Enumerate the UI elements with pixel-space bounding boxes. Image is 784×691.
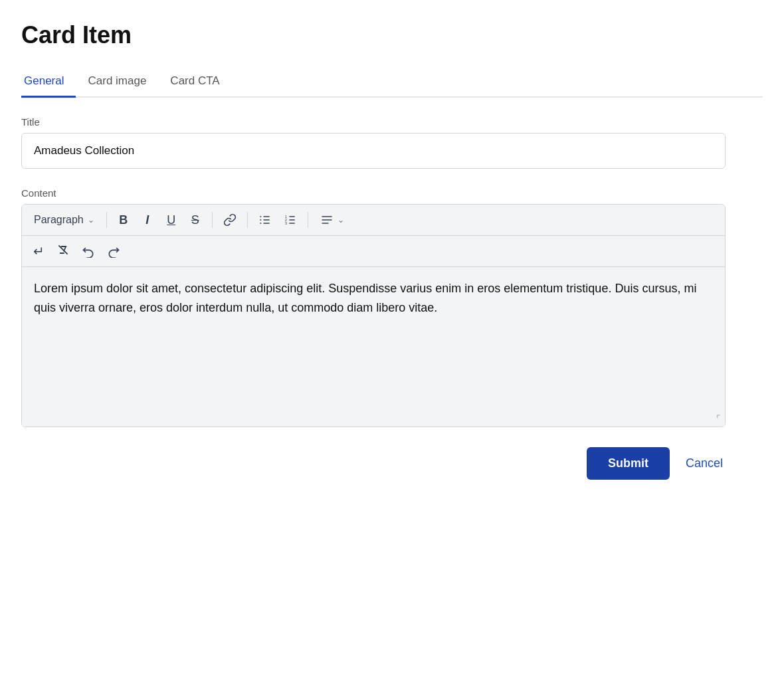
undo-button[interactable]: [76, 240, 100, 262]
undo-icon: [82, 245, 95, 258]
submit-button[interactable]: Submit: [587, 447, 670, 480]
ordered-list-icon: 1 2 3: [284, 213, 297, 227]
paragraph-style-label: Paragraph: [34, 214, 84, 226]
align-button[interactable]: ⌄: [314, 209, 351, 231]
hard-break-button[interactable]: ↵: [27, 240, 50, 262]
title-input[interactable]: [21, 133, 726, 169]
tab-card-image[interactable]: Card image: [85, 68, 158, 98]
tab-general[interactable]: General: [21, 68, 76, 98]
clear-formatting-icon: [56, 243, 70, 260]
hard-break-icon: ↵: [33, 243, 45, 259]
page-title: Card Item: [21, 21, 763, 49]
editor-toolbar: Paragraph ⌄ B I U S: [22, 205, 725, 267]
bullet-list-button[interactable]: [253, 209, 277, 231]
cancel-button[interactable]: Cancel: [683, 451, 726, 476]
svg-point-5: [260, 223, 261, 224]
toolbar-divider-2: [212, 212, 213, 228]
editor-text-area: Lorem ipsum dolor sit amet, consectetur …: [22, 267, 725, 427]
rich-text-editor: Paragraph ⌄ B I U S: [21, 204, 726, 427]
bold-icon: B: [119, 213, 128, 227]
tab-card-cta[interactable]: Card CTA: [167, 68, 231, 98]
strikethrough-button[interactable]: S: [184, 209, 207, 231]
align-icon: [320, 213, 334, 227]
tab-bar: General Card image Card CTA: [21, 68, 763, 98]
redo-button[interactable]: [102, 240, 126, 262]
title-label: Title: [21, 116, 763, 128]
content-label: Content: [21, 187, 763, 199]
bold-button[interactable]: B: [112, 209, 135, 231]
chevron-down-icon: ⌄: [88, 215, 94, 225]
underline-button[interactable]: U: [160, 209, 183, 231]
italic-icon: I: [146, 213, 149, 227]
ordered-list-button[interactable]: 1 2 3: [278, 209, 302, 231]
form-actions: Submit Cancel: [21, 447, 726, 480]
toolbar-row-2: ↵: [22, 236, 725, 266]
italic-button[interactable]: I: [136, 209, 159, 231]
clear-formatting-button[interactable]: [51, 240, 75, 262]
svg-point-3: [260, 216, 261, 217]
underline-icon: U: [167, 213, 175, 227]
redo-icon: [107, 245, 120, 258]
link-icon: [223, 213, 237, 227]
svg-text:3: 3: [284, 221, 286, 225]
svg-point-4: [260, 219, 261, 221]
paragraph-style-button[interactable]: Paragraph ⌄: [27, 210, 101, 230]
bullet-list-icon: [258, 213, 272, 227]
toolbar-divider-1: [106, 212, 107, 228]
title-field-group: Title: [21, 116, 763, 169]
editor-content[interactable]: Lorem ipsum dolor sit amet, consectetur …: [22, 267, 725, 427]
toolbar-divider-3: [247, 212, 248, 228]
toolbar-divider-4: [308, 212, 308, 228]
content-field-group: Content Paragraph ⌄ B I U: [21, 187, 763, 427]
align-chevron-icon: ⌄: [338, 215, 344, 225]
toolbar-row-1: Paragraph ⌄ B I U S: [22, 205, 725, 236]
strikethrough-icon: S: [191, 213, 199, 227]
link-button[interactable]: [218, 209, 242, 231]
